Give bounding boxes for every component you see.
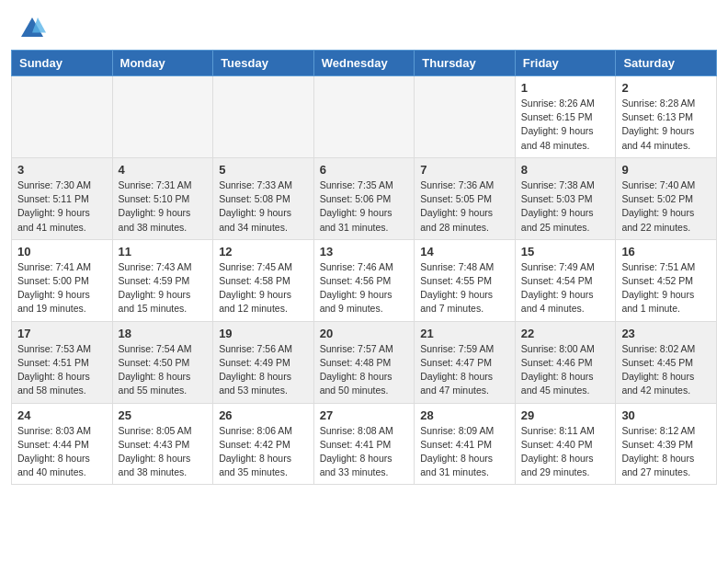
day-info: Sunrise: 8:03 AM Sunset: 4:44 PM Dayligh… <box>17 424 107 480</box>
table-row: 17Sunrise: 7:53 AM Sunset: 4:51 PM Dayli… <box>12 321 113 403</box>
day-info: Sunrise: 7:46 AM Sunset: 4:56 PM Dayligh… <box>320 260 409 316</box>
day-number: 20 <box>320 327 409 340</box>
table-row: 4Sunrise: 7:31 AM Sunset: 5:10 PM Daylig… <box>112 157 213 239</box>
table-row: 19Sunrise: 7:56 AM Sunset: 4:49 PM Dayli… <box>213 321 314 403</box>
day-info: Sunrise: 8:02 AM Sunset: 4:45 PM Dayligh… <box>621 342 711 398</box>
calendar-wrapper: SundayMondayTuesdayWednesdayThursdayFrid… <box>0 50 728 496</box>
table-row: 7Sunrise: 7:36 AM Sunset: 5:05 PM Daylig… <box>415 157 516 239</box>
calendar-week-row: 10Sunrise: 7:41 AM Sunset: 5:00 PM Dayli… <box>12 239 717 321</box>
day-number: 17 <box>17 327 107 340</box>
day-number: 16 <box>621 245 711 259</box>
table-row: 29Sunrise: 8:11 AM Sunset: 4:40 PM Dayli… <box>515 403 616 485</box>
day-number: 11 <box>119 245 208 259</box>
table-row: 15Sunrise: 7:49 AM Sunset: 4:54 PM Dayli… <box>515 239 616 321</box>
day-info: Sunrise: 7:57 AM Sunset: 4:48 PM Dayligh… <box>320 342 409 398</box>
table-row <box>415 76 516 158</box>
table-row: 23Sunrise: 8:02 AM Sunset: 4:45 PM Dayli… <box>616 321 717 403</box>
day-number: 3 <box>17 163 107 177</box>
table-row: 8Sunrise: 7:38 AM Sunset: 5:03 PM Daylig… <box>515 157 616 239</box>
table-row: 12Sunrise: 7:45 AM Sunset: 4:58 PM Dayli… <box>213 239 314 321</box>
table-row <box>313 76 415 158</box>
table-row: 21Sunrise: 7:59 AM Sunset: 4:47 PM Dayli… <box>415 321 516 403</box>
day-info: Sunrise: 7:30 AM Sunset: 5:11 PM Dayligh… <box>17 178 107 235</box>
day-info: Sunrise: 7:45 AM Sunset: 4:58 PM Dayligh… <box>219 260 308 316</box>
day-number: 26 <box>219 408 308 422</box>
day-number: 7 <box>420 163 509 177</box>
day-info: Sunrise: 7:56 AM Sunset: 4:49 PM Dayligh… <box>219 342 308 398</box>
day-number: 5 <box>219 163 308 177</box>
table-row: 1Sunrise: 8:26 AM Sunset: 6:15 PM Daylig… <box>515 76 616 158</box>
day-info: Sunrise: 7:43 AM Sunset: 4:59 PM Dayligh… <box>119 260 208 316</box>
table-row <box>213 76 314 158</box>
day-number: 15 <box>521 245 610 259</box>
table-row: 22Sunrise: 8:00 AM Sunset: 4:46 PM Dayli… <box>515 321 616 403</box>
day-info: Sunrise: 7:54 AM Sunset: 4:50 PM Dayligh… <box>119 342 208 398</box>
table-row: 20Sunrise: 7:57 AM Sunset: 4:48 PM Dayli… <box>313 321 415 403</box>
calendar-day-header: Tuesday <box>213 51 314 76</box>
logo-icon <box>18 15 46 42</box>
table-row: 14Sunrise: 7:48 AM Sunset: 4:55 PM Dayli… <box>415 239 516 321</box>
day-number: 27 <box>320 408 409 422</box>
day-number: 23 <box>621 327 711 340</box>
day-number: 10 <box>17 245 107 259</box>
logo <box>18 15 50 42</box>
calendar-week-row: 24Sunrise: 8:03 AM Sunset: 4:44 PM Dayli… <box>12 403 717 485</box>
day-info: Sunrise: 7:38 AM Sunset: 5:03 PM Dayligh… <box>521 178 610 235</box>
calendar-day-header: Saturday <box>616 51 717 76</box>
day-info: Sunrise: 7:49 AM Sunset: 4:54 PM Dayligh… <box>521 260 610 316</box>
day-number: 22 <box>521 327 610 340</box>
day-number: 18 <box>119 327 208 340</box>
calendar-week-row: 3Sunrise: 7:30 AM Sunset: 5:11 PM Daylig… <box>12 157 717 239</box>
table-row: 26Sunrise: 8:06 AM Sunset: 4:42 PM Dayli… <box>213 403 314 485</box>
calendar-day-header: Friday <box>515 51 616 76</box>
day-number: 9 <box>621 163 711 177</box>
calendar-day-header: Thursday <box>415 51 516 76</box>
day-number: 6 <box>320 163 409 177</box>
calendar-day-header: Monday <box>112 51 213 76</box>
day-info: Sunrise: 8:26 AM Sunset: 6:15 PM Dayligh… <box>521 97 610 153</box>
table-row: 16Sunrise: 7:51 AM Sunset: 4:52 PM Dayli… <box>616 239 717 321</box>
day-number: 14 <box>420 245 509 259</box>
day-info: Sunrise: 8:05 AM Sunset: 4:43 PM Dayligh… <box>119 424 208 480</box>
day-info: Sunrise: 7:31 AM Sunset: 5:10 PM Dayligh… <box>119 178 208 235</box>
day-info: Sunrise: 7:33 AM Sunset: 5:08 PM Dayligh… <box>219 178 308 235</box>
day-number: 1 <box>521 81 610 95</box>
table-row <box>112 76 213 158</box>
table-row: 5Sunrise: 7:33 AM Sunset: 5:08 PM Daylig… <box>213 157 314 239</box>
table-row: 10Sunrise: 7:41 AM Sunset: 5:00 PM Dayli… <box>12 239 113 321</box>
table-row: 24Sunrise: 8:03 AM Sunset: 4:44 PM Dayli… <box>12 403 113 485</box>
page-header <box>0 0 728 50</box>
day-info: Sunrise: 8:11 AM Sunset: 4:40 PM Dayligh… <box>521 424 610 480</box>
table-row <box>12 76 113 158</box>
day-info: Sunrise: 8:12 AM Sunset: 4:39 PM Dayligh… <box>621 424 711 480</box>
day-number: 25 <box>119 408 208 422</box>
calendar-day-header: Wednesday <box>313 51 415 76</box>
day-info: Sunrise: 8:06 AM Sunset: 4:42 PM Dayligh… <box>219 424 308 480</box>
table-row: 9Sunrise: 7:40 AM Sunset: 5:02 PM Daylig… <box>616 157 717 239</box>
day-number: 2 <box>621 81 711 95</box>
table-row: 6Sunrise: 7:35 AM Sunset: 5:06 PM Daylig… <box>313 157 415 239</box>
day-info: Sunrise: 7:35 AM Sunset: 5:06 PM Dayligh… <box>320 178 409 235</box>
day-number: 13 <box>320 245 409 259</box>
table-row: 3Sunrise: 7:30 AM Sunset: 5:11 PM Daylig… <box>12 157 113 239</box>
table-row: 18Sunrise: 7:54 AM Sunset: 4:50 PM Dayli… <box>112 321 213 403</box>
day-info: Sunrise: 7:48 AM Sunset: 4:55 PM Dayligh… <box>420 260 509 316</box>
calendar-week-row: 1Sunrise: 8:26 AM Sunset: 6:15 PM Daylig… <box>12 76 717 158</box>
day-info: Sunrise: 7:41 AM Sunset: 5:00 PM Dayligh… <box>17 260 107 316</box>
day-number: 12 <box>219 245 308 259</box>
day-info: Sunrise: 8:28 AM Sunset: 6:13 PM Dayligh… <box>621 97 711 153</box>
day-info: Sunrise: 7:40 AM Sunset: 5:02 PM Dayligh… <box>621 178 711 235</box>
calendar-header-row: SundayMondayTuesdayWednesdayThursdayFrid… <box>12 51 717 76</box>
table-row: 2Sunrise: 8:28 AM Sunset: 6:13 PM Daylig… <box>616 76 717 158</box>
day-info: Sunrise: 7:53 AM Sunset: 4:51 PM Dayligh… <box>17 342 107 398</box>
table-row: 25Sunrise: 8:05 AM Sunset: 4:43 PM Dayli… <box>112 403 213 485</box>
table-row: 28Sunrise: 8:09 AM Sunset: 4:41 PM Dayli… <box>415 403 516 485</box>
table-row: 27Sunrise: 8:08 AM Sunset: 4:41 PM Dayli… <box>313 403 415 485</box>
day-number: 4 <box>119 163 208 177</box>
table-row: 30Sunrise: 8:12 AM Sunset: 4:39 PM Dayli… <box>616 403 717 485</box>
day-number: 24 <box>17 408 107 422</box>
calendar-day-header: Sunday <box>12 51 113 76</box>
day-info: Sunrise: 8:08 AM Sunset: 4:41 PM Dayligh… <box>320 424 409 480</box>
table-row: 11Sunrise: 7:43 AM Sunset: 4:59 PM Dayli… <box>112 239 213 321</box>
day-number: 28 <box>420 408 509 422</box>
